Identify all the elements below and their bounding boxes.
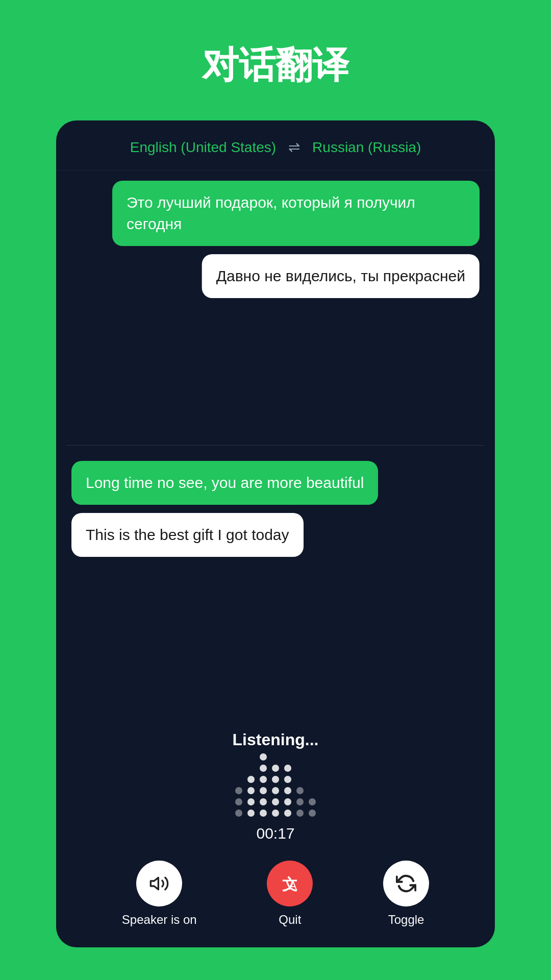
dot — [296, 787, 304, 794]
dot — [247, 798, 255, 805]
refresh-icon — [396, 873, 416, 894]
dot — [272, 765, 279, 772]
wave-col-4 — [272, 765, 279, 817]
dot — [260, 753, 267, 761]
svg-marker-0 — [151, 877, 159, 889]
dot — [260, 787, 267, 794]
chat-bubble-russian-1: Это лучший подарок, который я получил се… — [112, 181, 480, 246]
dot — [247, 810, 255, 817]
chat-bubble-russian-2: Давно не виделись, ты прекрасней — [202, 254, 480, 298]
target-language[interactable]: Russian (Russia) — [312, 139, 421, 156]
dot — [247, 776, 255, 783]
app-title: 对话翻译 — [202, 41, 349, 90]
source-language[interactable]: English (United States) — [130, 139, 276, 156]
bottom-controls: Speaker is on 文 A Quit Toggle — [56, 855, 495, 947]
toggle-circle — [383, 861, 429, 906]
dot — [260, 765, 267, 772]
dot — [296, 810, 304, 817]
listening-section: Listening... — [56, 720, 495, 855]
dot — [235, 787, 242, 794]
listening-label: Listening... — [233, 730, 319, 749]
dot — [284, 810, 291, 817]
speaker-circle — [136, 861, 182, 906]
dot — [272, 810, 279, 817]
wave-col-5 — [284, 765, 291, 817]
chat-upper: Давно не виделись, ты прекрасней Это луч… — [56, 170, 495, 445]
translate-icon: 文 A — [280, 873, 300, 894]
wave-col-6 — [296, 787, 304, 817]
dot — [272, 776, 279, 783]
dot — [260, 798, 267, 805]
dot — [235, 798, 242, 805]
svg-text:A: A — [289, 879, 297, 892]
dot — [284, 765, 291, 772]
dot — [284, 787, 291, 794]
dot — [284, 798, 291, 805]
dot — [272, 787, 279, 794]
quit-button[interactable]: 文 A Quit — [267, 861, 313, 927]
timer-display: 00:17 — [256, 825, 294, 842]
dot — [296, 798, 304, 805]
dot — [235, 810, 242, 817]
main-card: English (United States) ⇌ Russian (Russi… — [56, 120, 495, 947]
wave-col-3 — [260, 753, 267, 817]
toggle-button[interactable]: Toggle — [383, 861, 429, 927]
dot — [284, 776, 291, 783]
chat-lower: Long time no see, you are more beautiful… — [56, 446, 495, 720]
waveform — [230, 755, 321, 817]
chat-bubble-english-1: Long time no see, you are more beautiful — [71, 461, 378, 505]
dot — [309, 798, 316, 805]
speaker-icon — [149, 873, 169, 894]
quit-label: Quit — [279, 913, 301, 927]
wave-col-7 — [309, 798, 316, 817]
speaker-button[interactable]: Speaker is on — [122, 861, 197, 927]
swap-languages-icon[interactable]: ⇌ — [288, 139, 300, 156]
dot — [309, 810, 316, 817]
quit-circle: 文 A — [267, 861, 313, 906]
chat-bubble-english-2: This is the best gift I got today — [71, 513, 304, 557]
wave-col-2 — [247, 776, 255, 817]
toggle-label: Toggle — [388, 913, 424, 927]
wave-col-1 — [235, 787, 242, 817]
speaker-label: Speaker is on — [122, 913, 197, 927]
dot — [272, 798, 279, 805]
dot — [260, 810, 267, 817]
language-bar: English (United States) ⇌ Russian (Russi… — [56, 120, 495, 170]
dot — [260, 776, 267, 783]
dot — [247, 787, 255, 794]
